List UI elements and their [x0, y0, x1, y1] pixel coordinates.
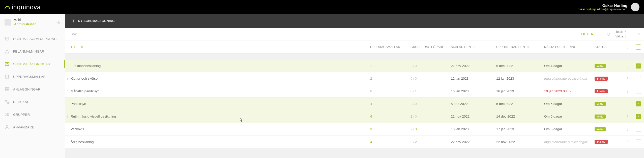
cell-updated: 16 jan 2023 [494, 89, 542, 93]
brand-logo[interactable]: inquinova [5, 3, 41, 11]
nav-icon [5, 87, 10, 92]
sidebar-item-label: SCHEMALÄGGNINGAR [13, 62, 50, 66]
sidebar-header[interactable]: Wiki Administratör [0, 14, 65, 30]
user-name: Oskar Norling [578, 3, 627, 8]
table-row[interactable]: ⋮⋮Klotter och skötsel20/012 jan 202312 j… [65, 72, 644, 85]
brand-text: inquinova [12, 3, 41, 11]
cell-groups: 0/1 [408, 89, 448, 93]
drag-handle-icon[interactable]: ⋮⋮ [66, 127, 69, 131]
sidebar-item-label: ANVÄNDARE [13, 125, 34, 129]
header-templates[interactable]: UPPDRAGSMALLAR [368, 45, 408, 49]
close-icon[interactable] [633, 28, 644, 40]
nav-icon [5, 61, 10, 66]
svg-rect-8 [7, 89, 9, 91]
sidebar-item-0[interactable]: SCHEMALAGDA UPPDRAG [0, 32, 65, 45]
sidebar-item-label: UPPDRAGSMALLAR [13, 75, 46, 79]
selected-label: Valda: [616, 35, 624, 38]
new-schedule-button[interactable]: NY SCHEMALÄGGNING [72, 19, 115, 23]
nav-icon [5, 49, 10, 54]
status-badge: Inaktiv [595, 140, 608, 144]
row-menu-icon[interactable]: ⋮ [622, 89, 633, 93]
sidebar-item-2[interactable]: SCHEMALÄGGNINGAR [0, 58, 65, 70]
svg-point-12 [7, 113, 8, 114]
sidebar-item-7[interactable]: ANVÄNDARE [0, 121, 65, 133]
cell-templates: 0 [370, 89, 372, 93]
row-checkbox[interactable]: ✓ [636, 101, 641, 106]
sidebar-item-5[interactable]: REDSKAP [0, 96, 65, 108]
filter-button[interactable]: FILTER [576, 32, 604, 36]
table-row[interactable]: ⋮⋮Veckovis32/316 jan 202317 jan 2023Om 5… [65, 123, 644, 136]
user-email: oskar.norling+admin@inquinova.com [578, 8, 627, 11]
drag-handle-icon[interactable]: ⋮⋮ [66, 89, 69, 93]
cell-templates: 4 [370, 102, 372, 106]
sort-icon [526, 46, 529, 48]
total-label: Totalt: [616, 30, 624, 34]
row-menu-icon[interactable]: ⋮ [622, 102, 633, 106]
refresh-icon[interactable] [604, 32, 613, 36]
row-menu-icon[interactable]: ⋮ [622, 64, 633, 68]
header-next[interactable]: NÄSTA PUBLICERING [542, 45, 592, 49]
row-checkbox[interactable] [636, 139, 641, 144]
cell-updated: 22 nov 2022 [494, 140, 542, 144]
cell-templates: 3 [370, 127, 372, 131]
gear-icon[interactable] [56, 20, 60, 24]
row-menu-icon[interactable]: ⋮ [622, 140, 633, 144]
table-row[interactable]: ⋮⋮Funktionsbesiktning12/022 nov 20225 de… [65, 60, 644, 72]
header-groups[interactable]: GRUPPER/UTFÖRARE [408, 45, 448, 49]
drag-handle-icon[interactable]: ⋮⋮ [66, 102, 69, 105]
actionbar: NY SCHEMALÄGGNING [65, 14, 644, 28]
table-row[interactable]: ⋮⋮Månatlig parktillsyn00/116 jan 202316 … [65, 85, 644, 98]
cell-title: Rutinmässig visuell besiktning [65, 115, 368, 118]
cell-groups: 0/2 [408, 140, 448, 144]
sidebar-item-3[interactable]: UPPDRAGSMALLAR [0, 70, 65, 83]
header-menu[interactable]: ⋮ [622, 45, 633, 49]
cell-next: Om 5 dagar [544, 127, 562, 131]
cell-templates: 1 [370, 64, 372, 68]
cell-next: 19 jan 2023 08:39 [544, 89, 571, 93]
table-row[interactable]: ⋮⋮Rutinmässig visuell besiktning42/022 n… [65, 110, 644, 123]
drag-handle-icon[interactable]: ⋮⋮ [66, 115, 69, 118]
cell-created: 22 nov 2022 [448, 115, 494, 118]
search-row: FILTER Totalt:7 Valda:3 [65, 28, 644, 40]
cell-created: 12 jan 2023 [448, 77, 494, 80]
nav: SCHEMALAGDA UPPDRAGFELANMÄLNINGARSCHEMAL… [0, 30, 65, 133]
header-select-all[interactable]: — [633, 44, 644, 50]
header-updated[interactable]: UPPDATERAD DEN [494, 45, 542, 49]
drag-handle-icon[interactable]: ⋮⋮ [66, 77, 69, 80]
row-menu-icon[interactable]: ⋮ [622, 127, 633, 131]
sidebar-item-label: SCHEMALAGDA UPPDRAG [13, 37, 57, 41]
sidebar-item-label: GRUPPER [13, 113, 30, 117]
logo-icon [5, 4, 10, 10]
header-titel[interactable]: TITEL [65, 45, 368, 49]
drag-handle-icon[interactable]: ⋮⋮ [66, 64, 69, 67]
sidebar-item-1[interactable]: FELANMÄLNINGAR [0, 45, 65, 58]
sidebar-item-label: ANLÄGGNINGAR [13, 87, 40, 91]
row-menu-icon[interactable]: ⋮ [622, 115, 633, 119]
cell-title: Månatlig parktillsyn [65, 89, 368, 93]
stats: Totalt:7 Valda:3 [613, 29, 633, 40]
row-checkbox[interactable]: ✓ [636, 63, 641, 69]
avatar[interactable] [631, 3, 639, 11]
row-checkbox[interactable]: ✓ [636, 114, 641, 119]
search-input[interactable] [71, 32, 576, 36]
status-badge: Aktiv [595, 64, 606, 68]
cell-templates: 4 [370, 140, 372, 144]
header-status[interactable]: STATUS [592, 45, 622, 49]
table-row[interactable]: ⋮⋮Parktillsyn42/05 dec 20225 dec 2022Om … [65, 98, 644, 110]
cell-groups: 2/0 [408, 64, 448, 68]
drag-handle-icon[interactable]: ⋮⋮ [66, 140, 69, 144]
sidebar-item-4[interactable]: ANLÄGGNINGAR [0, 83, 65, 96]
sidebar-item-6[interactable]: GRUPPER [0, 108, 65, 121]
row-checkbox[interactable] [636, 76, 641, 81]
row-menu-icon[interactable]: ⋮ [622, 77, 633, 81]
row-checkbox[interactable] [636, 89, 641, 94]
cell-groups: 0/0 [408, 77, 448, 80]
plus-icon [72, 19, 75, 23]
main: NY SCHEMALÄGGNING FILTER Totalt:7 Valda:… [65, 14, 644, 158]
sort-icon [472, 46, 475, 48]
new-schedule-label: NY SCHEMALÄGGNING [78, 19, 115, 23]
user-menu[interactable]: Oskar Norling oskar.norling+admin@inquin… [578, 3, 639, 11]
table-row[interactable]: ⋮⋮Årlig besiktning40/222 nov 202222 nov … [65, 136, 644, 148]
row-checkbox[interactable] [636, 127, 641, 132]
header-created[interactable]: SKAPAD DEN [448, 45, 494, 49]
